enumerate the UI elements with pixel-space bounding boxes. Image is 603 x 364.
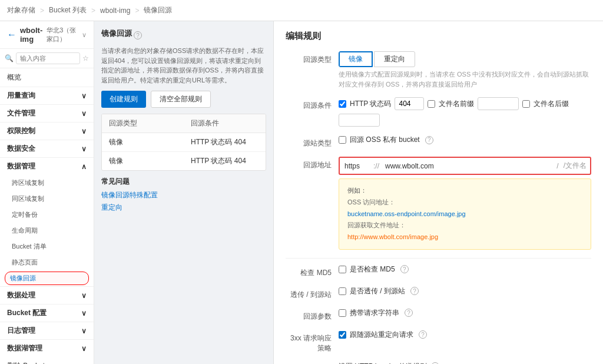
suffix-checkbox[interactable] [522, 100, 530, 108]
example-box: 例如： OSS 访问地址： bucketname.oss-endpoint.co… [339, 178, 591, 250]
sidebar-item-bucket-config[interactable]: Bucket 配置 ∨ [0, 304, 94, 322]
sidebar-item-usage[interactable]: 用量查询 ∨ [0, 87, 94, 104]
check-md5-checkbox-group: 是否检查 MD5 ? [339, 264, 591, 274]
top-nav: 对象存储 > Bucket 列表 > wbolt-img > 镜像回源 [0, 0, 603, 21]
create-rule-button[interactable]: 创建规则 [101, 91, 146, 108]
radio-redirect[interactable]: 重定向 [374, 51, 415, 67]
info-icon[interactable]: ? [410, 287, 419, 295]
sidebar-item-data-security[interactable]: 数据安全 ∨ [0, 140, 94, 157]
check-md5-checkbox[interactable] [339, 266, 346, 273]
prefix-input[interactable] [478, 97, 519, 110]
origin-type-label: 源站类型 [286, 135, 339, 148]
url-slash: / [555, 159, 559, 173]
rules-table: 回源类型 回源条件 镜像 HTTP 状态码 404 镜像 HTTP 状态码 40… [101, 114, 266, 171]
check-md5-row: 检查 MD5 是否检查 MD5 ? [286, 264, 591, 278]
source-type-radio-group: 镜像 重定向 [339, 51, 591, 67]
nav-mirror-origin[interactable]: 镜像回源 [144, 5, 172, 15]
sidebar: ← wbolt-img 华北3（张家口） ∨ 🔍 ☆ 概览 用量查询 ∨ 文件管… [0, 21, 94, 364]
star-icon[interactable]: ☆ [82, 54, 89, 62]
sidebar-item-overview[interactable]: 概览 [0, 68, 94, 87]
back-button[interactable]: ← [7, 29, 16, 40]
sidebar-item-delete-bucket[interactable]: 删除 Bucket [0, 357, 94, 364]
params-row: 回源参数 携带请求字符串 ? [286, 308, 591, 322]
info-icon[interactable]: ? [405, 309, 413, 317]
suffix-label: 文件名后缀 [534, 99, 569, 109]
origin-type-row: 源站类型 回源 OSS 私有 bucket ? [286, 135, 591, 148]
radio-mirror[interactable]: 镜像 [339, 51, 373, 67]
transfer-checkbox-group: 是否透传 / 到源站 ? [339, 286, 591, 296]
faq-link-redirect[interactable]: 重定向 [101, 203, 266, 213]
condition-label: 回源条件 [286, 97, 339, 111]
source-type-desc: 使用镜像方式配置回源规则时，当请求在 OSS 中没有找到对应文件，会自动到源站抓… [339, 70, 591, 89]
sidebar-item-lifecycle[interactable]: 生命周期 [0, 223, 94, 239]
search-bar: 🔍 ☆ [0, 49, 94, 68]
sidebar-item-static-page[interactable]: 静态页面 [0, 254, 94, 270]
table-row[interactable]: 镜像 HTTP 状态码 404 [102, 152, 266, 170]
prefix-checkbox[interactable] [428, 100, 435, 108]
redirect-row: 3xx 请求响应策略 跟随源站重定向请求 ? [286, 330, 591, 353]
oss-access-url: bucketname.oss-endpoint.com/image.jpg [347, 210, 466, 217]
sidebar-item-backup[interactable]: 定时备份 [0, 207, 94, 223]
chevron-down-icon: ∨ [81, 345, 87, 353]
chevron-down-icon: ∨ [81, 127, 87, 135]
url-protocol-input[interactable] [340, 159, 372, 173]
http-header-title-row: 设置 HTTP header 传递规则 ? [286, 362, 591, 364]
url-input-group: :// / /文件名 [339, 157, 591, 175]
sidebar-item-cross-region[interactable]: 跨区域复制 [0, 175, 94, 191]
sidebar-item-permission[interactable]: 权限控制 ∨ [0, 122, 94, 140]
panel-title: 编辑规则 [286, 31, 591, 42]
redirect-checkbox-group: 跟随源站重定向请求 ? [339, 330, 591, 340]
col-header-condition: 回源条件 [184, 114, 266, 133]
oss-access-label: OSS 访问地址： [347, 198, 395, 206]
params-checkbox[interactable] [339, 309, 346, 317]
divider [286, 258, 591, 259]
table-header: 回源类型 回源条件 [102, 114, 266, 133]
info-icon[interactable]: ? [400, 265, 409, 273]
info-icon[interactable]: ? [134, 31, 142, 39]
sidebar-item-data-mgmt[interactable]: 数据管理 ∧ [0, 157, 94, 175]
nav-wbolt-img[interactable]: wbolt-img [100, 6, 130, 15]
params-checkbox-label: 携带请求字符串 [350, 308, 399, 318]
row-condition: HTTP 状态码 404 [184, 133, 266, 151]
chevron-down-icon: ∨ [81, 309, 87, 317]
sidebar-item-mirror-origin[interactable]: 镜像回源 [5, 272, 89, 285]
url-separator: :// [372, 159, 380, 173]
sidebar-item-bucket-list[interactable]: Bucket 清单 [0, 239, 94, 254]
table-row[interactable]: 镜像 HTTP 状态码 404 [102, 133, 266, 152]
row-type: 镜像 [102, 152, 184, 170]
nav-bucket-list[interactable]: Bucket 列表 [49, 5, 87, 15]
transfer-checkbox-label: 是否透传 / 到源站 [350, 286, 405, 296]
example-label: 例如： [347, 187, 367, 194]
col-header-type: 回源类型 [102, 114, 184, 133]
transfer-content: 是否透传 / 到源站 ? [339, 286, 591, 296]
chevron-down-icon[interactable]: ∨ [82, 31, 87, 39]
nav-object-storage[interactable]: 对象存储 [7, 5, 35, 15]
source-type-row: 回源类型 镜像 重定向 使用镜像方式配置回源规则时，当请求在 OSS 中没有找到… [286, 51, 591, 89]
faq-link-mirror[interactable]: 镜像回源特殊配置 [101, 190, 266, 200]
transfer-checkbox[interactable] [339, 287, 346, 295]
clear-all-rules-button[interactable]: 清空全部规则 [151, 91, 211, 108]
sidebar-item-datalake[interactable]: 数据湖管理 ∨ [0, 339, 94, 357]
url-domain-input[interactable] [380, 159, 555, 173]
origin-fetch-label: 回源获取文件地址： [347, 221, 406, 229]
http-status-input[interactable] [395, 97, 424, 110]
http-status-label: HTTP 状态码 [350, 99, 391, 109]
http-status-checkbox[interactable] [339, 100, 346, 108]
suffix-input[interactable] [339, 114, 380, 127]
oss-private-checkbox[interactable] [339, 136, 346, 144]
info-icon[interactable]: ? [419, 330, 427, 339]
edit-rule-panel: 编辑规则 回源类型 镜像 重定向 使用镜像方式配置回源规则时，当请求在 OSS … [273, 21, 603, 364]
sidebar-item-same-region[interactable]: 同区域复制 [0, 191, 94, 207]
sidebar-item-file-mgmt[interactable]: 文件管理 ∨ [0, 104, 94, 122]
redirect-checkbox[interactable] [339, 331, 346, 339]
chevron-down-icon: ∨ [81, 92, 87, 100]
info-icon[interactable]: ? [425, 136, 433, 144]
sidebar-item-log-mgmt[interactable]: 日志管理 ∨ [0, 322, 94, 339]
search-icon: 🔍 [5, 54, 14, 62]
sidebar-item-data-processing[interactable]: 数据处理 ∨ [0, 286, 94, 304]
transfer-label: 透传 / 到源站 [286, 286, 339, 300]
search-input[interactable] [16, 52, 80, 64]
check-md5-label: 检查 MD5 [286, 264, 339, 278]
row-condition: HTTP 状态码 404 [184, 152, 266, 170]
chevron-down-icon: ∨ [81, 292, 87, 300]
